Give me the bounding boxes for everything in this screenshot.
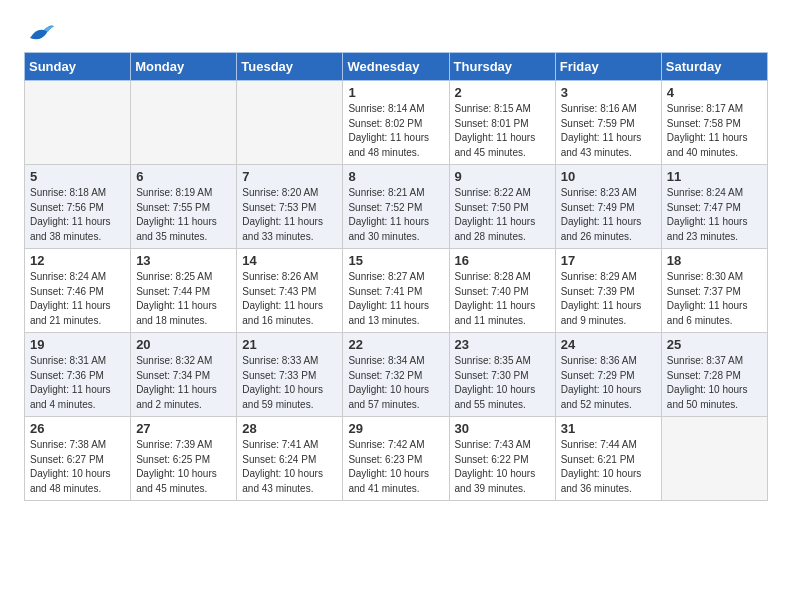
calendar-header-row: SundayMondayTuesdayWednesdayThursdayFrid… <box>25 53 768 81</box>
day-info: Sunrise: 8:18 AMSunset: 7:56 PMDaylight:… <box>30 186 125 244</box>
day-number: 17 <box>561 253 656 268</box>
day-info: Sunrise: 7:38 AMSunset: 6:27 PMDaylight:… <box>30 438 125 496</box>
day-number: 9 <box>455 169 550 184</box>
day-info: Sunrise: 8:16 AMSunset: 7:59 PMDaylight:… <box>561 102 656 160</box>
header <box>24 20 768 36</box>
day-info: Sunrise: 8:17 AMSunset: 7:58 PMDaylight:… <box>667 102 762 160</box>
day-number: 18 <box>667 253 762 268</box>
day-info: Sunrise: 8:31 AMSunset: 7:36 PMDaylight:… <box>30 354 125 412</box>
day-info: Sunrise: 8:30 AMSunset: 7:37 PMDaylight:… <box>667 270 762 328</box>
logo-bird-icon <box>26 20 54 42</box>
calendar-cell-empty <box>131 81 237 165</box>
calendar-cell-27: 27Sunrise: 7:39 AMSunset: 6:25 PMDayligh… <box>131 417 237 501</box>
calendar-cell-20: 20Sunrise: 8:32 AMSunset: 7:34 PMDayligh… <box>131 333 237 417</box>
calendar-header-sunday: Sunday <box>25 53 131 81</box>
calendar-header-thursday: Thursday <box>449 53 555 81</box>
calendar-cell-14: 14Sunrise: 8:26 AMSunset: 7:43 PMDayligh… <box>237 249 343 333</box>
calendar-cell-26: 26Sunrise: 7:38 AMSunset: 6:27 PMDayligh… <box>25 417 131 501</box>
calendar-cell-empty <box>661 417 767 501</box>
day-number: 29 <box>348 421 443 436</box>
calendar-cell-16: 16Sunrise: 8:28 AMSunset: 7:40 PMDayligh… <box>449 249 555 333</box>
day-info: Sunrise: 8:25 AMSunset: 7:44 PMDaylight:… <box>136 270 231 328</box>
day-number: 20 <box>136 337 231 352</box>
day-number: 13 <box>136 253 231 268</box>
day-number: 22 <box>348 337 443 352</box>
day-info: Sunrise: 8:35 AMSunset: 7:30 PMDaylight:… <box>455 354 550 412</box>
calendar-cell-9: 9Sunrise: 8:22 AMSunset: 7:50 PMDaylight… <box>449 165 555 249</box>
day-number: 6 <box>136 169 231 184</box>
calendar-header-wednesday: Wednesday <box>343 53 449 81</box>
day-number: 21 <box>242 337 337 352</box>
day-info: Sunrise: 7:42 AMSunset: 6:23 PMDaylight:… <box>348 438 443 496</box>
day-number: 19 <box>30 337 125 352</box>
calendar-header-tuesday: Tuesday <box>237 53 343 81</box>
day-info: Sunrise: 8:22 AMSunset: 7:50 PMDaylight:… <box>455 186 550 244</box>
day-info: Sunrise: 8:21 AMSunset: 7:52 PMDaylight:… <box>348 186 443 244</box>
calendar-cell-13: 13Sunrise: 8:25 AMSunset: 7:44 PMDayligh… <box>131 249 237 333</box>
day-info: Sunrise: 8:29 AMSunset: 7:39 PMDaylight:… <box>561 270 656 328</box>
calendar-cell-28: 28Sunrise: 7:41 AMSunset: 6:24 PMDayligh… <box>237 417 343 501</box>
calendar-table: SundayMondayTuesdayWednesdayThursdayFrid… <box>24 52 768 501</box>
calendar-cell-18: 18Sunrise: 8:30 AMSunset: 7:37 PMDayligh… <box>661 249 767 333</box>
calendar-cell-3: 3Sunrise: 8:16 AMSunset: 7:59 PMDaylight… <box>555 81 661 165</box>
day-info: Sunrise: 8:37 AMSunset: 7:28 PMDaylight:… <box>667 354 762 412</box>
day-number: 3 <box>561 85 656 100</box>
day-info: Sunrise: 8:32 AMSunset: 7:34 PMDaylight:… <box>136 354 231 412</box>
calendar-cell-5: 5Sunrise: 8:18 AMSunset: 7:56 PMDaylight… <box>25 165 131 249</box>
calendar-week-row-5: 26Sunrise: 7:38 AMSunset: 6:27 PMDayligh… <box>25 417 768 501</box>
calendar-cell-8: 8Sunrise: 8:21 AMSunset: 7:52 PMDaylight… <box>343 165 449 249</box>
day-number: 14 <box>242 253 337 268</box>
day-info: Sunrise: 8:23 AMSunset: 7:49 PMDaylight:… <box>561 186 656 244</box>
day-info: Sunrise: 8:36 AMSunset: 7:29 PMDaylight:… <box>561 354 656 412</box>
day-number: 27 <box>136 421 231 436</box>
calendar-cell-12: 12Sunrise: 8:24 AMSunset: 7:46 PMDayligh… <box>25 249 131 333</box>
calendar-cell-7: 7Sunrise: 8:20 AMSunset: 7:53 PMDaylight… <box>237 165 343 249</box>
calendar-header-monday: Monday <box>131 53 237 81</box>
calendar-header-friday: Friday <box>555 53 661 81</box>
logo <box>24 20 54 36</box>
day-number: 25 <box>667 337 762 352</box>
calendar-cell-29: 29Sunrise: 7:42 AMSunset: 6:23 PMDayligh… <box>343 417 449 501</box>
day-number: 12 <box>30 253 125 268</box>
day-info: Sunrise: 8:34 AMSunset: 7:32 PMDaylight:… <box>348 354 443 412</box>
calendar-cell-1: 1Sunrise: 8:14 AMSunset: 8:02 PMDaylight… <box>343 81 449 165</box>
day-number: 2 <box>455 85 550 100</box>
day-number: 28 <box>242 421 337 436</box>
day-info: Sunrise: 8:14 AMSunset: 8:02 PMDaylight:… <box>348 102 443 160</box>
day-number: 23 <box>455 337 550 352</box>
day-number: 7 <box>242 169 337 184</box>
day-info: Sunrise: 8:24 AMSunset: 7:46 PMDaylight:… <box>30 270 125 328</box>
day-number: 24 <box>561 337 656 352</box>
calendar-cell-31: 31Sunrise: 7:44 AMSunset: 6:21 PMDayligh… <box>555 417 661 501</box>
calendar-cell-4: 4Sunrise: 8:17 AMSunset: 7:58 PMDaylight… <box>661 81 767 165</box>
day-number: 15 <box>348 253 443 268</box>
day-info: Sunrise: 8:27 AMSunset: 7:41 PMDaylight:… <box>348 270 443 328</box>
calendar-cell-25: 25Sunrise: 8:37 AMSunset: 7:28 PMDayligh… <box>661 333 767 417</box>
day-number: 26 <box>30 421 125 436</box>
day-info: Sunrise: 8:26 AMSunset: 7:43 PMDaylight:… <box>242 270 337 328</box>
day-number: 11 <box>667 169 762 184</box>
calendar-cell-24: 24Sunrise: 8:36 AMSunset: 7:29 PMDayligh… <box>555 333 661 417</box>
calendar-cell-6: 6Sunrise: 8:19 AMSunset: 7:55 PMDaylight… <box>131 165 237 249</box>
day-info: Sunrise: 7:44 AMSunset: 6:21 PMDaylight:… <box>561 438 656 496</box>
day-number: 4 <box>667 85 762 100</box>
day-number: 10 <box>561 169 656 184</box>
day-number: 8 <box>348 169 443 184</box>
day-info: Sunrise: 8:24 AMSunset: 7:47 PMDaylight:… <box>667 186 762 244</box>
calendar-cell-11: 11Sunrise: 8:24 AMSunset: 7:47 PMDayligh… <box>661 165 767 249</box>
calendar-cell-2: 2Sunrise: 8:15 AMSunset: 8:01 PMDaylight… <box>449 81 555 165</box>
day-info: Sunrise: 8:20 AMSunset: 7:53 PMDaylight:… <box>242 186 337 244</box>
day-info: Sunrise: 8:28 AMSunset: 7:40 PMDaylight:… <box>455 270 550 328</box>
calendar-cell-17: 17Sunrise: 8:29 AMSunset: 7:39 PMDayligh… <box>555 249 661 333</box>
day-number: 5 <box>30 169 125 184</box>
calendar-cell-30: 30Sunrise: 7:43 AMSunset: 6:22 PMDayligh… <box>449 417 555 501</box>
day-info: Sunrise: 7:39 AMSunset: 6:25 PMDaylight:… <box>136 438 231 496</box>
day-info: Sunrise: 7:41 AMSunset: 6:24 PMDaylight:… <box>242 438 337 496</box>
calendar-week-row-3: 12Sunrise: 8:24 AMSunset: 7:46 PMDayligh… <box>25 249 768 333</box>
calendar-cell-15: 15Sunrise: 8:27 AMSunset: 7:41 PMDayligh… <box>343 249 449 333</box>
day-info: Sunrise: 7:43 AMSunset: 6:22 PMDaylight:… <box>455 438 550 496</box>
calendar-header-saturday: Saturday <box>661 53 767 81</box>
day-number: 1 <box>348 85 443 100</box>
calendar-cell-22: 22Sunrise: 8:34 AMSunset: 7:32 PMDayligh… <box>343 333 449 417</box>
day-number: 31 <box>561 421 656 436</box>
